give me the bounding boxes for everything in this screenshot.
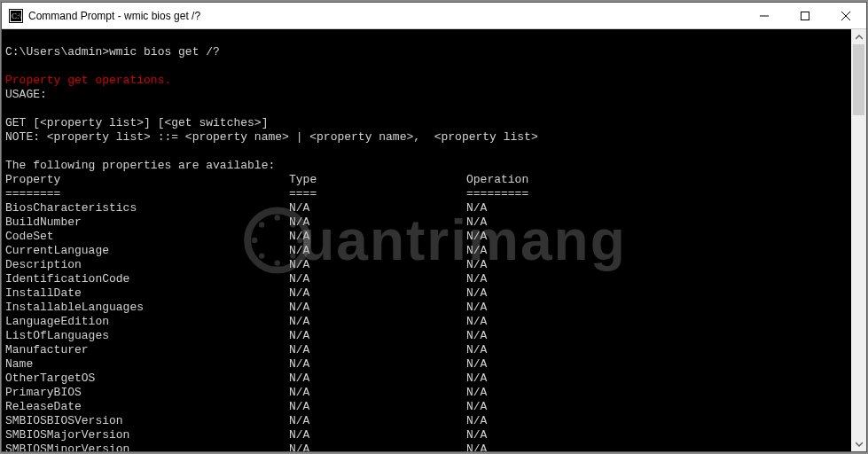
command: wmic bios get /? (109, 45, 220, 59)
note-line: NOTE: <property list> ::= <property name… (5, 130, 538, 144)
cell-property: BiosCharacteristics (5, 201, 289, 215)
table-row: NameN/AN/A (5, 357, 866, 372)
table-row: IdentificationCodeN/AN/A (5, 272, 866, 286)
cell-property: SMBIOSMinorVersion (5, 442, 289, 451)
table-row: InstallDateN/AN/A (5, 286, 866, 301)
cell-type: N/A (289, 244, 466, 258)
cell-property: BuildNumber (5, 215, 289, 230)
terminal-content: C:\Users\admin>wmic bios get /? Property… (2, 29, 866, 451)
cell-type: N/A (289, 301, 466, 315)
cell-operation: N/A (466, 400, 487, 414)
cell-type: N/A (289, 400, 466, 414)
cell-type: N/A (289, 414, 466, 428)
cell-type: N/A (289, 215, 466, 230)
cell-property: Manufacturer (5, 343, 289, 357)
cell-property: OtherTargetOS (5, 372, 289, 386)
header-operation: Operation (466, 173, 528, 187)
table-row: InstallableLanguagesN/AN/A (5, 301, 866, 315)
minimize-button[interactable] (744, 3, 785, 29)
cell-operation: N/A (466, 286, 487, 301)
table-row: ManufacturerN/AN/A (5, 343, 866, 357)
scroll-down-arrow[interactable] (851, 436, 866, 451)
cell-operation: N/A (466, 301, 487, 315)
prompt: C:\Users\admin> (5, 45, 109, 59)
svg-rect-5 (802, 12, 809, 20)
table-row: PrimaryBIOSN/AN/A (5, 386, 866, 400)
table-row: ReleaseDateN/AN/A (5, 400, 866, 414)
window-title: Command Prompt - wmic bios get /? (28, 10, 200, 22)
table-row: LanguageEditionN/AN/A (5, 315, 866, 329)
cell-operation: N/A (466, 244, 487, 258)
cell-type: N/A (289, 258, 466, 272)
table-row: ListOfLanguagesN/AN/A (5, 329, 866, 343)
cell-property: LanguageEdition (5, 315, 289, 329)
usage-label: USAGE: (5, 88, 47, 101)
table-row: SMBIOSMajorVersionN/AN/A (5, 428, 866, 442)
section-title: Property get operations. (5, 74, 171, 87)
cell-type: N/A (289, 343, 466, 357)
maximize-button[interactable] (785, 3, 825, 29)
cell-property: CurrentLanguage (5, 244, 289, 258)
table-row: BiosCharacteristicsN/AN/A (5, 201, 866, 215)
cell-operation: N/A (466, 386, 487, 400)
scroll-thumb[interactable] (853, 44, 864, 115)
table-row: SMBIOSMinorVersionN/AN/A (5, 442, 866, 451)
cell-property: SMBIOSMajorVersion (5, 428, 289, 442)
cell-property: IdentificationCode (5, 272, 289, 286)
cell-type: N/A (289, 272, 466, 286)
cell-operation: N/A (466, 442, 487, 451)
cell-operation: N/A (466, 272, 487, 286)
cell-operation: N/A (466, 201, 487, 215)
table-divider: ===================== (5, 187, 866, 201)
cell-type: N/A (289, 386, 466, 400)
cell-property: CodeSet (5, 230, 289, 244)
cell-operation: N/A (466, 372, 487, 386)
cell-property: PrimaryBIOS (5, 386, 289, 400)
cell-type: N/A (289, 372, 466, 386)
cell-operation: N/A (466, 215, 487, 230)
cell-operation: N/A (466, 343, 487, 357)
cell-operation: N/A (466, 230, 487, 244)
cell-property: InstallableLanguages (5, 301, 289, 315)
cell-operation: N/A (466, 414, 487, 428)
cell-type: N/A (289, 315, 466, 329)
cell-type: N/A (289, 329, 466, 343)
cmd-icon: C:\ (9, 9, 23, 23)
table-row: BuildNumberN/AN/A (5, 215, 866, 230)
table-row: OtherTargetOSN/AN/A (5, 372, 866, 386)
cell-property: ListOfLanguages (5, 329, 289, 343)
vertical-scrollbar[interactable] (851, 29, 866, 451)
header-type: Type (289, 173, 466, 187)
cell-property: Name (5, 357, 289, 372)
cell-operation: N/A (466, 315, 487, 329)
cell-property: SMBIOSBIOSVersion (5, 414, 289, 428)
table-row: CurrentLanguageN/AN/A (5, 244, 866, 258)
table-row: DescriptionN/AN/A (5, 258, 866, 272)
close-button[interactable] (825, 3, 866, 29)
cell-type: N/A (289, 286, 466, 301)
table-row: CodeSetN/AN/A (5, 230, 866, 244)
available-line: The following properties are available: (5, 159, 275, 172)
cell-operation: N/A (466, 329, 487, 343)
cell-type: N/A (289, 442, 466, 451)
scroll-track[interactable] (851, 44, 866, 436)
svg-text:C:\: C:\ (12, 12, 22, 20)
cell-property: Description (5, 258, 289, 272)
cell-type: N/A (289, 428, 466, 442)
cell-operation: N/A (466, 428, 487, 442)
cell-type: N/A (289, 357, 466, 372)
cell-operation: N/A (466, 357, 487, 372)
scroll-up-arrow[interactable] (851, 29, 866, 44)
cell-type: N/A (289, 201, 466, 215)
window: C:\ Command Prompt - wmic bios get /? C:… (1, 2, 867, 452)
header-property: Property (5, 173, 289, 187)
cell-type: N/A (289, 230, 466, 244)
cell-operation: N/A (466, 258, 487, 272)
cell-property: InstallDate (5, 286, 289, 301)
get-syntax: GET [<property list>] [<get switches>] (5, 116, 268, 129)
terminal-area[interactable]: C:\Users\admin>wmic bios get /? Property… (2, 29, 866, 451)
table-header: PropertyTypeOperation (5, 173, 866, 187)
cell-property: ReleaseDate (5, 400, 289, 414)
titlebar[interactable]: C:\ Command Prompt - wmic bios get /? (2, 3, 866, 29)
table-row: SMBIOSBIOSVersionN/AN/A (5, 414, 866, 428)
